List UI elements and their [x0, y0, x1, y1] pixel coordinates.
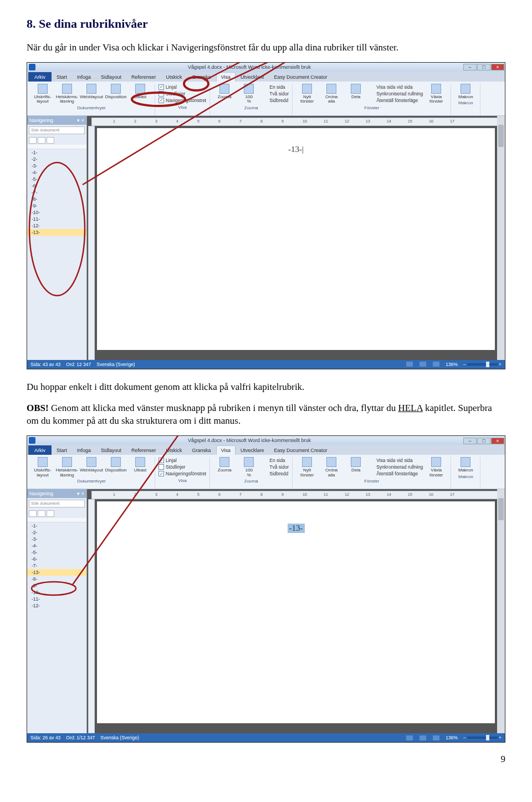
checkbox-linjal[interactable]: ✓Linjal	[158, 457, 206, 464]
switch-window-button[interactable]: Växlafönster	[425, 84, 447, 104]
zoom-slider[interactable]: −+	[463, 735, 502, 740]
nav-item[interactable]: -12-	[27, 602, 86, 609]
tab-infoga[interactable]: Infoga	[72, 72, 96, 82]
window-opt-visa-sida-vid-sida[interactable]: Visa sida vid sida	[369, 84, 423, 90]
vertical-scrollbar[interactable]	[497, 116, 505, 360]
zoom-100[interactable]: 100%	[238, 84, 260, 104]
tab-arkiv[interactable]: Arkiv	[28, 445, 52, 455]
status-lang[interactable]: Svenska (Sverige)	[100, 735, 139, 740]
view-utkast[interactable]: Utkast	[129, 84, 151, 99]
status-zoom[interactable]: 136%	[446, 735, 458, 740]
window-ordna[interactable]: Ordnaalla	[320, 457, 342, 478]
macros-button[interactable]: Makron	[454, 457, 477, 473]
maximize-button[interactable]: □	[477, 64, 490, 70]
nav-item[interactable]: -7-	[27, 562, 86, 569]
tab-easy-document-creator[interactable]: Easy Document Creator	[269, 72, 332, 82]
nav-item[interactable]: -1-	[27, 149, 86, 156]
nav-item[interactable]: -2-	[27, 529, 86, 536]
nav-item[interactable]: -13-	[27, 569, 86, 576]
zoom-opt-en-sida[interactable]: En sida	[262, 457, 289, 464]
tab-easy-document-creator[interactable]: Easy Document Creator	[269, 445, 332, 455]
status-page[interactable]: Sida: 26 av 43	[30, 735, 60, 740]
tab-visa[interactable]: Visa	[216, 72, 236, 82]
view-utskrifts-[interactable]: Utskrifts-layout	[32, 457, 54, 478]
zoom-opt-två-sidor[interactable]: Två sidor	[262, 90, 289, 97]
status-words[interactable]: Ord: 12 347	[66, 362, 91, 367]
view-web-icon[interactable]	[432, 735, 440, 741]
tab-start[interactable]: Start	[52, 72, 72, 82]
minimize-button[interactable]: –	[463, 438, 477, 444]
maximize-button[interactable]: □	[477, 438, 490, 444]
window-nytt[interactable]: Nyttfönster	[296, 84, 318, 104]
view-read-icon[interactable]	[419, 735, 427, 741]
nav-view-pages[interactable]	[38, 510, 45, 517]
nav-view-results[interactable]	[47, 510, 54, 517]
nav-close-icon[interactable]: ▾ ×	[77, 118, 84, 123]
tab-start[interactable]: Start	[52, 445, 72, 455]
view-webblayout[interactable]: Webblayout	[80, 457, 103, 473]
close-button[interactable]: ×	[491, 438, 504, 444]
tab-arkiv[interactable]: Arkiv	[28, 72, 52, 82]
tab-utvecklare[interactable]: Utvecklare	[236, 445, 269, 455]
zoom-opt-sidbredd[interactable]: Sidbredd	[262, 97, 289, 104]
nav-item[interactable]: -5-	[27, 176, 86, 182]
minimize-button[interactable]: –	[463, 64, 477, 70]
checkbox-linjal[interactable]: ✓Linjal	[158, 84, 206, 90]
view-print-icon[interactable]	[406, 361, 413, 367]
nav-search-input[interactable]: Sök dokument	[29, 500, 85, 507]
window-opt-synkroniserad-rullning[interactable]: Synkroniserad rullning	[369, 464, 423, 470]
view-helskärms-[interactable]: Helskärms-läsning	[56, 457, 78, 478]
tab-sidlayout[interactable]: Sidlayout	[96, 72, 126, 82]
nav-item[interactable]: -2-	[27, 156, 86, 163]
window-ordna[interactable]: Ordnaalla	[320, 84, 342, 104]
document-page[interactable]: -13-	[97, 501, 495, 723]
vertical-scrollbar[interactable]	[497, 489, 505, 733]
tab-referenser[interactable]: Referenser	[126, 72, 161, 82]
view-web-icon[interactable]	[432, 361, 440, 367]
document-page[interactable]: -13-|	[97, 128, 495, 350]
window-opt-återställ-fönsterläge[interactable]: Återställ fönsterläge	[369, 97, 423, 104]
nav-close-icon[interactable]: ▾ ×	[77, 491, 84, 496]
nav-item[interactable]: -12-	[27, 222, 86, 229]
window-opt-synkroniserad-rullning[interactable]: Synkroniserad rullning	[369, 90, 423, 97]
nav-view-results[interactable]	[47, 137, 54, 144]
nav-item[interactable]: -6-	[27, 556, 86, 562]
tab-referenser[interactable]: Referenser	[126, 445, 161, 455]
nav-item[interactable]: -4-	[27, 169, 86, 176]
status-zoom[interactable]: 136%	[446, 362, 458, 367]
view-utskrifts-[interactable]: Utskrifts-layout	[32, 84, 54, 104]
status-lang[interactable]: Svenska (Sverige)	[96, 362, 135, 367]
switch-window-button[interactable]: Växlafönster	[425, 457, 447, 478]
nav-item[interactable]: -9-	[27, 202, 86, 209]
zoom-slider[interactable]: −+	[463, 362, 502, 367]
tab-granska[interactable]: Granska	[187, 72, 216, 82]
zoom-opt-sidbredd[interactable]: Sidbredd	[262, 470, 289, 477]
window-dela[interactable]: Dela	[345, 84, 367, 99]
nav-item[interactable]: -5-	[27, 549, 86, 556]
nav-item[interactable]: -8-	[27, 576, 86, 582]
nav-item[interactable]: -6-	[27, 182, 86, 189]
checkbox-stödlinjer[interactable]: Stödlinjer	[158, 90, 206, 97]
zoom-opt-en-sida[interactable]: En sida	[262, 84, 289, 90]
tab-utvecklare[interactable]: Utvecklare	[236, 72, 269, 82]
nav-view-headings[interactable]	[29, 137, 37, 144]
nav-search-input[interactable]: Sök dokument	[29, 126, 85, 134]
zoom-100[interactable]: 100%	[238, 457, 260, 478]
view-helskärms-[interactable]: Helskärms-läsning	[56, 84, 78, 104]
checkbox-navigeringsfönstret[interactable]: ✓Navigeringsfönstret	[158, 97, 206, 104]
nav-item[interactable]: -13-	[27, 229, 86, 236]
tab-utskick[interactable]: Utskick	[161, 72, 187, 82]
window-opt-visa-sida-vid-sida[interactable]: Visa sida vid sida	[369, 457, 423, 464]
checkbox-navigeringsfönstret[interactable]: ✓Navigeringsfönstret	[158, 470, 206, 477]
nav-item[interactable]: -8-	[27, 196, 86, 202]
nav-view-pages[interactable]	[38, 137, 45, 144]
nav-view-headings[interactable]	[29, 510, 37, 517]
zoom-opt-två-sidor[interactable]: Två sidor	[262, 464, 289, 470]
nav-item[interactable]: -11-	[27, 216, 86, 222]
window-nytt[interactable]: Nyttfönster	[296, 457, 318, 478]
nav-item[interactable]: -10-	[27, 209, 86, 216]
zoom-zooma[interactable]: Zooma	[213, 457, 236, 473]
close-button[interactable]: ×	[491, 64, 504, 70]
tab-sidlayout[interactable]: Sidlayout	[96, 445, 126, 455]
nav-item[interactable]: -4-	[27, 542, 86, 549]
